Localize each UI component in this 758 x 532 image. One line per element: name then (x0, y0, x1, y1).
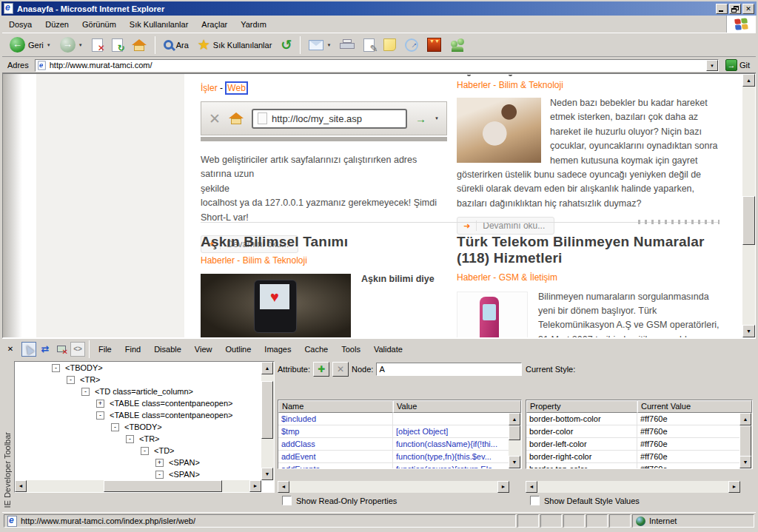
tree-toggle[interactable]: - (126, 435, 134, 443)
tree-vertical-scrollbar[interactable]: ▲ ▼ (261, 362, 274, 480)
tree-toggle[interactable]: - (81, 388, 90, 396)
scroll-up-button[interactable]: ▲ (742, 74, 755, 87)
column-header-current-value[interactable]: Current Value (637, 400, 752, 413)
scroll-left-button[interactable]: ◄ (526, 481, 537, 493)
tree-toggle[interactable]: - (141, 447, 149, 455)
forward-button[interactable]: → ▼ (57, 36, 86, 54)
attribute-row[interactable]: $tmp[object Object] (278, 425, 521, 438)
delete-element-button[interactable]: ✕ (54, 342, 69, 357)
tree-node[interactable]: -<TR> (15, 374, 274, 385)
flashget-button[interactable]: ▼▼ (424, 36, 444, 53)
tree-node[interactable]: +<TABLE class=contentpaneopen> (15, 397, 274, 409)
devtools-close-button[interactable]: ✕ (5, 344, 16, 354)
scroll-down-button[interactable]: ▼ (509, 456, 520, 468)
article-love-category-link[interactable]: Haberler - Bilim & Teknoloji (201, 255, 307, 266)
tree-horizontal-scrollbar[interactable]: ◄ ► (15, 480, 261, 492)
column-header-name[interactable]: Name (278, 400, 393, 413)
article-telekom-category-link[interactable]: Haberler - GSM & İletişim (457, 272, 557, 283)
scroll-thumb[interactable] (104, 480, 222, 492)
style-row[interactable]: border-right-color#ff760e (526, 451, 752, 463)
tree-toggle[interactable]: - (111, 423, 119, 431)
minimize-button[interactable] (716, 4, 728, 14)
style-row[interactable]: border-top-color#ff760e (526, 463, 752, 469)
style-row[interactable]: border-left-color#ff760e (526, 438, 752, 451)
menu-gorunum[interactable]: Görünüm (76, 18, 123, 31)
select-element-button[interactable] (21, 342, 36, 357)
menu-duzen[interactable]: Düzen (38, 18, 76, 31)
attribute-row[interactable]: addClassfunction(className){if(!thi... (278, 438, 521, 451)
mail-dropdown-icon[interactable]: ▼ (326, 43, 331, 47)
style-row[interactable]: border-color#ff760e (526, 425, 752, 438)
scroll-thumb[interactable] (742, 196, 755, 245)
favorites-button[interactable]: ★ Sık Kullanılanlar (195, 37, 275, 53)
breadcrumb-section-link[interactable]: İşler (201, 83, 218, 93)
tree-toggle[interactable]: + (155, 459, 164, 467)
scroll-up-button[interactable]: ▲ (509, 413, 520, 425)
forward-dropdown-icon[interactable]: ▼ (78, 43, 83, 47)
search-button[interactable]: Ara (161, 38, 192, 51)
scroll-thumb[interactable] (261, 381, 273, 439)
home-button[interactable] (129, 38, 150, 53)
tree-node[interactable]: -<SPAN> (15, 468, 274, 480)
mail-button[interactable]: ▼ (306, 38, 334, 52)
go-button[interactable]: → Git (722, 59, 754, 71)
scroll-left-button[interactable]: ◄ (15, 480, 27, 492)
messenger-button[interactable] (447, 37, 468, 53)
address-field[interactable]: e http://www.murat-tamci.com/ ▼ (35, 59, 719, 72)
restore-button[interactable] (729, 4, 741, 14)
scroll-down-button[interactable]: ▼ (739, 456, 751, 468)
devmenu-tools[interactable]: Tools (335, 343, 367, 355)
attributes-vertical-scrollbar[interactable]: ▲ ▼ (509, 413, 521, 468)
devmenu-images[interactable]: Images (258, 343, 298, 355)
style-vertical-scrollbar[interactable]: ▲ ▼ (739, 413, 752, 468)
read-more-button[interactable]: ➜ Devamını oku... (457, 217, 554, 235)
show-default-checkbox[interactable] (530, 496, 540, 505)
back-button[interactable]: ← Geri ▼ (7, 36, 54, 54)
delete-attribute-button[interactable]: ✕ (332, 362, 349, 377)
page-scrollbar[interactable]: ▲ ▼ (742, 74, 755, 337)
column-header-value[interactable]: Value (393, 400, 521, 413)
breadcrumb-current-link[interactable]: Web (225, 81, 247, 95)
style-row[interactable]: border-bottom-color#ff760e (526, 413, 752, 425)
back-dropdown-icon[interactable]: ▼ (47, 43, 51, 47)
node-value-field[interactable]: A (376, 363, 522, 376)
tree-node[interactable]: -<TBODY> (15, 362, 274, 374)
tree-node[interactable]: -<TD> (15, 445, 274, 457)
close-button[interactable]: ✕ (742, 4, 754, 14)
menu-yardim[interactable]: Yardım (234, 18, 273, 31)
refresh-button[interactable]: ↻ (109, 37, 126, 53)
show-readonly-checkbox[interactable] (282, 496, 292, 505)
menu-dosya[interactable]: Dosya (2, 18, 38, 31)
tree-node[interactable]: +<SPAN> (15, 457, 274, 468)
tree-toggle[interactable]: + (96, 400, 104, 408)
scroll-down-button[interactable]: ▼ (742, 325, 755, 337)
edit-button[interactable]: ✎ (360, 37, 378, 53)
address-url[interactable]: http://www.murat-tamci.com/ (50, 61, 703, 70)
scroll-right-button[interactable]: ► (497, 481, 509, 493)
devmenu-find[interactable]: Find (118, 343, 147, 355)
tree-node[interactable]: -<TR> (15, 433, 274, 445)
menu-sik-kullanilanlar[interactable]: Sık Kullanılanlar (123, 18, 195, 31)
attribute-row[interactable]: addEventsfunction(source){return Ele... (278, 463, 521, 469)
tree-toggle[interactable]: - (67, 376, 75, 384)
attribute-row[interactable]: $included (278, 413, 521, 425)
devmenu-view[interactable]: View (188, 343, 219, 355)
stop-button[interactable]: ✕ (89, 37, 106, 53)
scroll-left-button[interactable]: ◄ (278, 481, 289, 493)
devmenu-file[interactable]: File (92, 343, 118, 355)
tree-node[interactable]: -<TBODY> (15, 421, 274, 433)
tree-toggle[interactable]: - (52, 364, 60, 372)
scroll-up-button[interactable]: ▲ (739, 413, 751, 425)
devmenu-outline[interactable]: Outline (218, 343, 258, 355)
devmenu-validate[interactable]: Validate (367, 343, 409, 355)
scroll-up-button[interactable]: ▲ (261, 362, 273, 374)
add-attribute-button[interactable]: ✚ (313, 362, 329, 377)
related-links-button[interactable]: → (402, 37, 421, 53)
tree-toggle[interactable]: - (96, 411, 104, 420)
view-source-button[interactable]: <> (70, 342, 85, 357)
refresh-dom-button[interactable]: ⇄ (38, 342, 53, 357)
scroll-right-button[interactable]: ► (728, 481, 740, 493)
scroll-right-button[interactable]: ► (249, 480, 261, 492)
note-button[interactable] (380, 37, 399, 53)
style-horizontal-scrollbar[interactable]: ◄ ► (526, 481, 740, 493)
